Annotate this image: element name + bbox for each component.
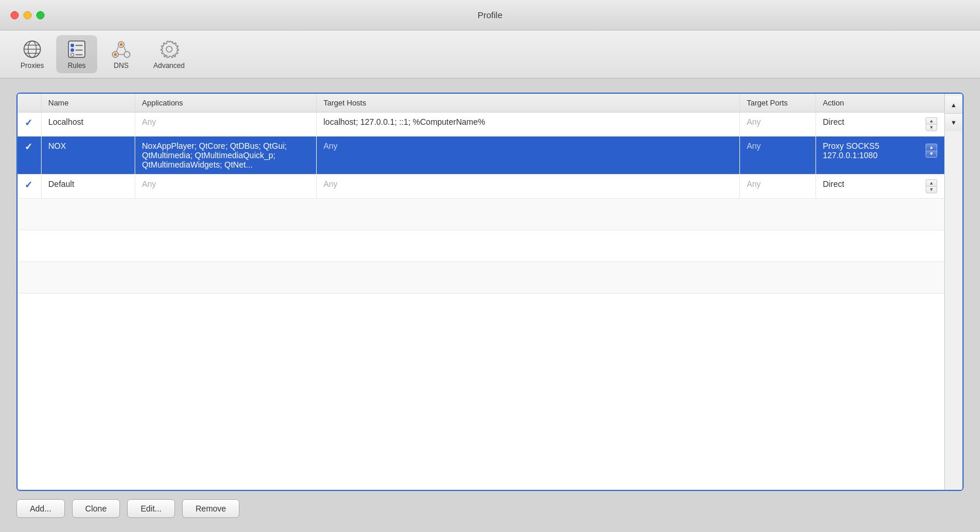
minimize-button[interactable]	[23, 11, 32, 19]
remove-button[interactable]: Remove	[182, 499, 239, 518]
clone-button[interactable]: Clone	[72, 499, 121, 518]
add-button[interactable]: Add...	[16, 499, 65, 518]
row-action-default: Direct ▲ ▼	[815, 175, 944, 199]
svg-rect-8	[71, 49, 74, 52]
svg-point-20	[166, 46, 172, 52]
action-value-default: Direct	[823, 179, 845, 189]
row-ports-default: Any	[739, 175, 815, 199]
action-up-nox[interactable]: ▲	[926, 144, 937, 151]
row-action-localhost: Direct ▲ ▼	[815, 112, 944, 137]
table-row-empty	[18, 199, 944, 230]
action-stepper-nox: ▲ ▼	[926, 144, 937, 158]
move-up-button[interactable]: ▲	[945, 96, 962, 114]
traffic-lights	[11, 11, 44, 19]
table-row-empty	[18, 294, 944, 325]
col-header-name: Name	[41, 94, 135, 112]
action-up-localhost[interactable]: ▲	[926, 117, 937, 124]
action-down-localhost[interactable]: ▼	[926, 124, 937, 131]
action-down-nox[interactable]: ▼	[926, 151, 937, 158]
toolbar-item-proxies[interactable]: Proxies	[12, 35, 53, 73]
action-stepper-localhost: ▲ ▼	[926, 117, 937, 131]
table-header-row: Name Applications Target Hosts Target Po…	[18, 94, 944, 112]
toolbar-advanced-label: Advanced	[153, 62, 184, 70]
table-row[interactable]: ✓ Default Any Any Any Direct ▲ ▼	[18, 175, 944, 199]
titlebar: Profile	[0, 0, 980, 30]
row-name-nox: NOX	[41, 137, 135, 175]
row-hosts-default: Any	[316, 175, 739, 199]
row-checkbox-nox[interactable]: ✓	[18, 137, 41, 175]
table-row[interactable]: ✓ Localhost Any localhost; 127.0.0.1; ::…	[18, 112, 944, 137]
table-row-empty	[18, 262, 944, 294]
toolbar-item-rules[interactable]: Rules	[56, 35, 97, 73]
table-row-empty	[18, 230, 944, 262]
row-action-nox: Proxy SOCKS5127.0.0.1:1080 ▲ ▼	[815, 137, 944, 175]
svg-point-14	[124, 52, 130, 57]
col-header-target-hosts: Target Hosts	[316, 94, 739, 112]
table-scroll-area[interactable]: Name Applications Target Hosts Target Po…	[18, 94, 944, 490]
col-header-applications: Applications	[135, 94, 316, 112]
row-name-default: Default	[41, 175, 135, 199]
row-hosts-localhost: localhost; 127.0.0.1; ::1; %ComputerName…	[316, 112, 739, 137]
dns-icon	[111, 39, 132, 60]
window-title: Profile	[478, 10, 503, 20]
row-checkbox-localhost[interactable]: ✓	[18, 112, 41, 137]
action-up-default[interactable]: ▲	[926, 179, 937, 186]
check-icon: ✓	[25, 180, 32, 190]
col-header-target-ports: Target Ports	[739, 94, 815, 112]
toolbar: Proxies Rules	[0, 30, 980, 79]
action-cell-default: Direct ▲ ▼	[823, 179, 938, 193]
edit-button[interactable]: Edit...	[127, 499, 175, 518]
close-button[interactable]	[11, 11, 19, 19]
table-row[interactable]: ✓ NOX NoxAppPlayer; QtCore; QtDBus; QtGu…	[18, 137, 944, 175]
svg-point-18	[120, 43, 123, 46]
row-apps-default: Any	[135, 175, 316, 199]
row-checkbox-default[interactable]: ✓	[18, 175, 41, 199]
svg-line-16	[124, 47, 126, 52]
svg-line-15	[116, 47, 118, 52]
col-header-action: Action	[815, 94, 944, 112]
row-apps-localhost: Any	[135, 112, 316, 137]
move-down-button[interactable]: ▼	[945, 114, 962, 131]
maximize-button[interactable]	[36, 11, 44, 19]
row-hosts-nox: Any	[316, 137, 739, 175]
svg-point-19	[114, 53, 117, 56]
table-container: Name Applications Target Hosts Target Po…	[16, 93, 964, 491]
row-ports-localhost: Any	[739, 112, 815, 137]
action-cell-localhost: Direct ▲ ▼	[823, 117, 938, 131]
check-icon: ✓	[25, 118, 32, 128]
toolbar-rules-label: Rules	[68, 62, 86, 70]
toolbar-item-advanced[interactable]: Advanced	[145, 35, 193, 73]
rules-table: Name Applications Target Hosts Target Po…	[18, 94, 944, 325]
action-stepper-default: ▲ ▼	[926, 179, 937, 193]
row-name-localhost: Localhost	[41, 112, 135, 137]
proxies-icon	[22, 39, 43, 60]
check-icon: ✓	[25, 142, 32, 152]
svg-rect-6	[71, 44, 74, 47]
col-header-check	[18, 94, 41, 112]
main-content: Name Applications Target Hosts Target Po…	[0, 79, 980, 532]
action-down-default[interactable]: ▼	[926, 186, 937, 193]
table-reorder-steppers: ▲ ▼	[944, 94, 962, 490]
row-apps-nox: NoxAppPlayer; QtCore; QtDBus; QtGui; QtM…	[135, 137, 316, 175]
action-cell-nox: Proxy SOCKS5127.0.0.1:1080 ▲ ▼	[823, 141, 938, 160]
rules-icon	[66, 39, 87, 60]
action-value-localhost: Direct	[823, 117, 845, 127]
toolbar-dns-label: DNS	[114, 62, 128, 70]
action-value-nox: Proxy SOCKS5127.0.0.1:1080	[823, 141, 879, 160]
toolbar-proxies-label: Proxies	[20, 62, 44, 70]
advanced-icon	[159, 39, 180, 60]
toolbar-item-dns[interactable]: DNS	[101, 35, 142, 73]
row-ports-nox: Any	[739, 137, 815, 175]
bottom-bar: Add... Clone Edit... Remove	[16, 491, 964, 523]
